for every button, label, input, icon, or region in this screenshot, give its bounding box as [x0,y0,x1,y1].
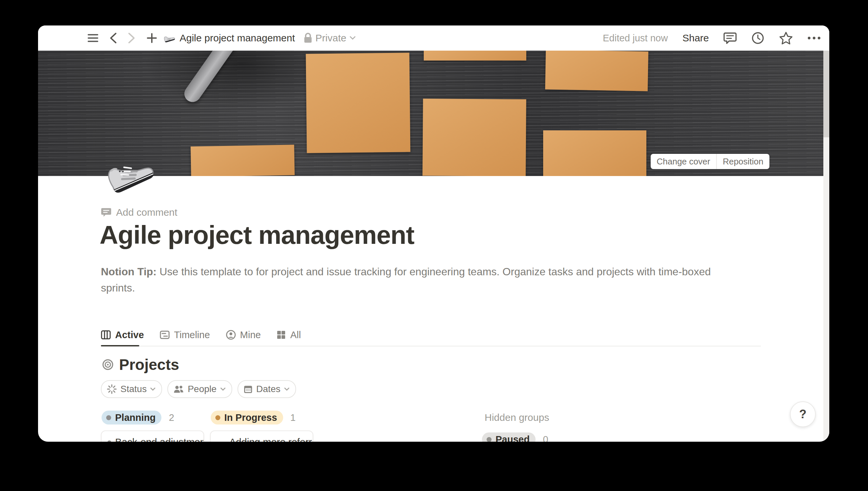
hamburger-menu-icon[interactable] [88,34,98,42]
favorite-star-icon[interactable] [779,31,793,45]
breadcrumb-page-title[interactable]: Agile project management [180,32,295,44]
projects-section-header: Projects [102,356,179,374]
pen-photo [181,51,251,105]
person-icon [226,330,236,340]
group-count: 2 [169,412,174,423]
tip-bold-label: Notion Tip: [101,266,156,278]
tab-label: Active [115,329,144,341]
add-comment-label: Add comment [116,207,177,218]
change-cover-button[interactable]: Change cover [651,154,716,169]
board-card[interactable]: Back-end adjustments needed [101,430,204,442]
scrollbar-track[interactable] [824,51,829,442]
group-count: 1 [291,412,296,423]
new-page-plus-icon[interactable] [147,33,157,44]
group-header-planning[interactable]: Planning 2 [101,411,174,425]
chevron-down-icon [350,36,356,40]
sticky-note [190,145,295,176]
chevron-down-icon [284,387,290,391]
card-bullet-icon [108,440,111,442]
forward-icon[interactable] [128,32,135,44]
filter-bar: Status People Dates [101,380,296,398]
reposition-button[interactable]: Reposition [716,154,770,169]
status-dot [106,415,111,420]
hidden-groups-label: Hidden groups [485,412,549,423]
timeline-icon [160,330,170,340]
sticky-note [424,51,526,61]
active-tab-underline [101,345,139,346]
board-card[interactable]: Adding more referral levels [210,430,313,442]
view-tabs: Active Timeline Mine All [101,324,761,346]
status-burst-icon [107,384,117,394]
group-header-in-progress[interactable]: In Progress 1 [211,411,296,425]
group-pill-paused[interactable]: Paused [482,432,536,442]
group-header-paused[interactable]: Paused 0 [482,432,548,442]
share-button[interactable]: Share [682,32,709,44]
sticky-note [306,53,410,153]
tab-active[interactable]: Active [101,324,144,346]
status-dot [215,415,220,420]
filter-people[interactable]: People [168,380,232,398]
notion-tip: Notion Tip: Use this template to for pro… [101,264,744,296]
edited-timestamp: Edited just now [603,33,668,44]
desktop-background: Agile project management Private Edited … [0,0,868,491]
tab-mine[interactable]: Mine [226,324,261,346]
grid-icon [276,330,286,340]
board-icon [101,330,111,340]
help-button[interactable]: ? [790,401,816,427]
chevron-down-icon [150,387,155,391]
filter-status[interactable]: Status [101,380,162,398]
chevron-down-icon [220,387,226,391]
calendar-icon [243,384,253,394]
group-pill-in-progress[interactable]: In Progress [211,411,283,425]
page-sneaker-icon [162,32,175,44]
comment-bubble-icon [101,207,112,218]
sticky-note [543,131,647,176]
filter-dates[interactable]: Dates [238,380,296,398]
tab-label: Mine [240,329,261,341]
more-ellipsis-icon[interactable] [807,36,821,40]
card-title: Adding more referral levels [229,436,313,442]
top-bar: Agile project management Private Edited … [38,26,829,51]
group-label: Planning [115,412,155,423]
group-label: In Progress [224,412,277,423]
sticky-note [545,51,648,91]
cover-buttons: Change cover Reposition [651,154,770,169]
lock-icon [304,33,312,44]
back-icon[interactable] [110,32,117,44]
target-icon [102,359,114,370]
status-dot [487,437,491,442]
tab-label: Timeline [174,329,210,341]
notion-window: Agile project management Private Edited … [38,26,829,442]
filter-label: People [187,384,216,395]
page-title[interactable]: Agile project management [99,220,414,250]
group-pill-planning[interactable]: Planning [101,411,161,425]
filter-label: Status [120,384,147,395]
scrollbar-thumb[interactable] [824,51,829,137]
projects-title[interactable]: Projects [119,356,179,374]
privacy-selector[interactable]: Private [304,32,356,44]
tip-text: Use this template to for project and iss… [101,266,711,294]
page-icon-sneaker[interactable] [101,147,154,200]
people-icon [173,385,184,394]
card-title: Back-end adjustments needed [115,436,204,442]
privacy-label: Private [316,32,346,44]
group-label: Paused [496,434,530,442]
tab-label: All [290,329,301,341]
tab-timeline[interactable]: Timeline [160,324,210,346]
filter-label: Dates [257,384,280,395]
tab-all[interactable]: All [276,324,301,346]
comments-icon[interactable] [723,32,737,44]
sticky-note [422,98,526,176]
group-count: 0 [543,434,548,442]
add-comment-button[interactable]: Add comment [101,207,177,218]
history-clock-icon[interactable] [751,31,765,45]
